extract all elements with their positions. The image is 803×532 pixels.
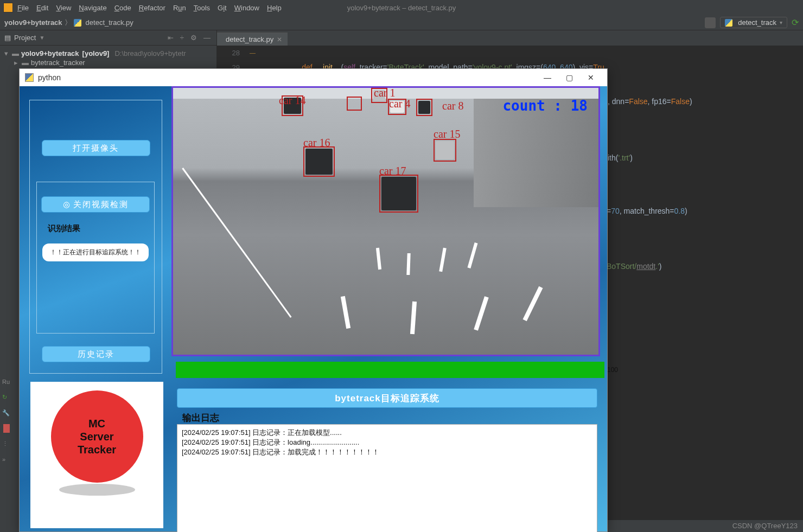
video-frame: count : 18 car 14car 1car 4car 8car 15ca… [171,86,600,356]
logo-line2: Server [78,430,116,443]
menu-run[interactable]: Run [173,4,186,12]
logo-circle: MC Server Tracker [51,390,143,483]
lane-mark [410,301,417,334]
lane-mark [522,286,543,322]
menu-window[interactable]: Window [234,4,259,12]
run-config-combo[interactable]: detect_track [720,17,787,28]
stop-icon[interactable] [3,424,10,433]
ide-toolbar: yolov9+bytetrack 〉 detect_track.py detec… [0,15,803,30]
menu-file[interactable]: File [17,4,29,12]
chevron-icon[interactable]: » [0,452,13,467]
editor-tab-row: detect_track.py ✕ [217,30,803,46]
menu-navigate[interactable]: Navigate [79,4,106,12]
logo-shadow [59,484,135,496]
detection-bbox [434,139,456,162]
breadcrumb-separator: 〉 [65,18,72,28]
logo-line1: MC [78,417,116,430]
lane-mark [340,296,350,329]
ide-menu-bar: File Edit View Navigate Code Refactor Ru… [0,0,803,15]
ide-logo-icon [3,3,13,12]
log-legend: 输出日志 [177,412,597,424]
tree-root-path: D:\bread\yolov9+bytetr [114,49,186,57]
detection-count: count : 18 [502,98,588,114]
chevron-right-icon: ▸ [14,59,20,67]
detection-label: car 17 [379,165,406,177]
result-status-pill: ！！正在进行目标追踪系统！！ [42,243,149,261]
pywin-title-text: python [38,73,61,82]
menu-help[interactable]: Help [267,4,282,12]
tree-child-row[interactable]: ▸ ▬ bytetrack_tracker [4,58,212,67]
settings-icon[interactable]: ⚙ [189,34,199,42]
log-line: [2024/02/25 19:07:51] 日志记录：加载完成！！！！！！！！！ [182,447,592,457]
close-icon[interactable]: ✕ [277,36,282,43]
side-panel: 打开摄像头 关闭视频检测 识别结果 ！！正在进行目标追踪系统！！ 历史记录 [29,100,162,374]
watermark: CSDN @QTreeY123 [732,522,798,530]
detection-bbox [416,99,432,116]
log-output[interactable]: [2024/02/25 19:07:51] 日志记录：正在加载模型...... … [177,424,597,532]
editor-tab-label: detect_track.py [226,35,273,43]
expand-icon[interactable]: ÷ [179,34,186,42]
collapse-icon[interactable]: ⇤ [166,34,175,42]
lane-mark [474,296,489,330]
sync-icon[interactable]: ⟳ [792,17,799,28]
open-camera-button[interactable]: 打开摄像头 [42,140,150,156]
run-tool-label[interactable]: Ru [0,374,13,389]
python-window-icon [25,73,34,82]
project-panel-title[interactable]: Project [14,34,36,42]
folder-icon: ▬ [22,59,29,67]
detection-bbox [303,146,335,177]
menu-refactor[interactable]: Refactor [139,4,165,12]
logo-line3: Tracker [78,443,116,456]
result-label: 识别结果 [48,223,154,234]
pywin-body: 打开摄像头 关闭视频检测 识别结果 ！！正在进行目标追踪系统！！ 历史记录 MC… [20,86,607,531]
minimize-button[interactable]: — [537,73,558,82]
system-banner: bytetrack目标追踪系统 [177,388,597,408]
python-run-icon [725,19,732,27]
maximize-button[interactable]: ▢ [558,73,580,82]
python-file-icon [74,19,81,27]
log-line: [2024/02/25 19:07:51] 日志记录：正在加载模型...... [182,428,592,438]
editor-gutter-marks: — [250,46,260,60]
code-frag-3: =70, match_thresh=0.8) [607,204,687,219]
user-avatar-icon[interactable] [705,17,716,28]
wrench-icon[interactable]: 🔧 [0,405,13,421]
chevron-down-icon: ▾ [4,49,10,57]
tree-root-row[interactable]: ▾ ▬ yolov9+bytetrack [yolov9] D:\bread\y… [4,49,212,58]
pywin-title-bar: python — ▢ ✕ [20,69,607,86]
editor-tab[interactable]: detect_track.py ✕ [217,33,288,46]
breadcrumb-file[interactable]: detect_track.py [86,18,133,27]
menu-edit[interactable]: Edit [36,4,48,12]
detection-label: car 4 [389,98,410,110]
close-detection-button[interactable]: 关闭视频检测 [41,196,150,213]
ide-window-title: yolov9+bytetrack – detect_track.py [347,4,456,12]
code-frag-4: BoTSort/motdt.') [607,259,662,274]
menu-view[interactable]: View [56,4,71,12]
lane-edge [182,168,291,318]
history-button[interactable]: 历史记录 [42,346,150,362]
menu-git[interactable]: Git [218,4,227,12]
progress-bar[interactable] [176,362,604,378]
warning-icon: — [250,46,260,60]
more-icon[interactable]: ⋮ [0,436,13,452]
close-button[interactable]: ✕ [580,73,602,82]
left-tool-strip: Ru ↻ 🔧 ⋮ » [0,374,13,467]
progress-row: 100 [176,362,621,378]
log-group: 输出日志 [2024/02/25 19:07:51] 日志记录：正在加载模型..… [177,412,597,532]
lane-mark [376,248,381,270]
project-tree: ▾ ▬ yolov9+bytetrack [yolov9] D:\bread\y… [0,46,216,70]
menu-code[interactable]: Code [114,4,131,12]
lane-mark [406,253,410,275]
project-panel-icon[interactable]: ▤ [4,34,11,42]
project-dropdown-icon[interactable]: ▼ [39,35,44,41]
rerun-icon[interactable]: ↻ [0,389,13,405]
run-config-label: detect_track [738,18,776,27]
hide-icon[interactable]: — [202,34,212,42]
line-number: 28 [217,46,240,60]
logo-box: MC Server Tracker [30,382,163,528]
detection-bbox [347,97,362,111]
video-wall [474,99,598,207]
detection-label: car 16 [303,137,330,149]
menu-tools[interactable]: Tools [194,4,210,12]
breadcrumb-project[interactable]: yolov9+bytetrack [4,18,62,27]
lane-mark [439,248,447,272]
